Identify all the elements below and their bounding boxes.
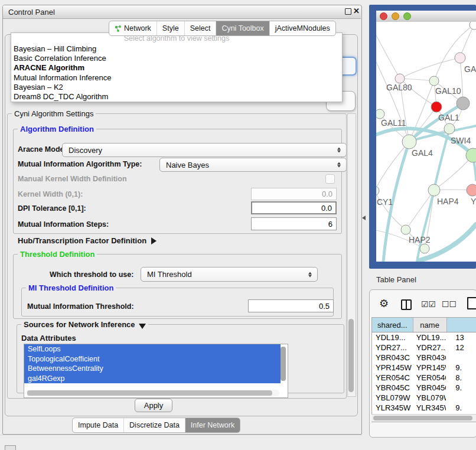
split-columns-icon[interactable] <box>401 299 412 310</box>
table-cell[interactable]: YBR045C <box>372 383 413 392</box>
table-row[interactable]: YBR043CYBR043C <box>372 353 476 363</box>
table-cell[interactable]: YBR043C <box>413 353 446 362</box>
network-edge[interactable] <box>376 35 400 79</box>
network-node-hap2[interactable] <box>401 225 410 234</box>
manual-kernel-checkbox[interactable] <box>325 174 335 184</box>
table-row[interactable]: YER054CYER054C8. <box>372 373 476 383</box>
network-node[interactable] <box>470 22 476 30</box>
splitter-handle-icon[interactable] <box>360 216 366 220</box>
tab-style[interactable]: Style <box>157 21 184 35</box>
table-cell[interactable]: 9. <box>446 363 476 372</box>
network-node-gcy1[interactable] <box>376 186 379 195</box>
network-node-gal1[interactable] <box>431 102 442 112</box>
table-row[interactable]: YDL19...YDL19...13 <box>372 332 476 343</box>
tab-jactivemnodules[interactable]: jActiveMNodules <box>269 21 335 35</box>
float-window-icon[interactable] <box>345 8 351 15</box>
table-cell[interactable]: YLR345W <box>372 403 413 412</box>
attribute-item-gal4rgexp[interactable]: gal4RGexp <box>24 374 281 384</box>
network-window-titlebar[interactable] <box>376 11 476 22</box>
network-node-y[interactable] <box>467 184 476 196</box>
table-cell[interactable]: 12 <box>446 343 476 352</box>
table-cell[interactable]: 9. <box>446 403 476 412</box>
attribute-item-topologicalcoefficient[interactable]: TopologicalCoefficient <box>24 354 281 364</box>
table-row[interactable]: YBR045CYBR045C9. <box>372 383 476 393</box>
table-cell[interactable]: YER054C <box>413 373 446 382</box>
table-row[interactable]: YPR145WYPR145W9. <box>372 363 476 373</box>
table-cell[interactable]: YPR145W <box>372 363 413 372</box>
list-hscrollbar-track[interactable] <box>25 390 279 396</box>
network-node[interactable] <box>420 244 429 253</box>
control-panel-titlebar[interactable]: Control Panel <box>3 5 361 19</box>
network-graph[interactable]: GALGAL80GAL10GAL1GAL11GAL4SWI4GCY1HAP4YH… <box>376 22 476 262</box>
column-header-name[interactable]: name <box>413 318 447 332</box>
network-node-gal4[interactable] <box>402 135 416 149</box>
tab-cyni-toolbox[interactable]: Cyni Toolbox <box>216 21 269 35</box>
table-cell[interactable]: YBL079W <box>372 393 413 402</box>
table-cell[interactable]: YBL079W <box>413 393 446 402</box>
table-row[interactable]: YDR27...YDR27...12 <box>372 343 476 353</box>
dropdown-item-bayesian-hill-climbing[interactable]: Bayesian – Hill Climbing <box>11 44 342 53</box>
network-node-gal80[interactable] <box>395 74 405 83</box>
aracne-mode-select[interactable]: Discovery <box>62 143 347 157</box>
network-edge[interactable] <box>400 79 434 81</box>
network-edge[interactable] <box>460 58 463 103</box>
network-node-hap4[interactable] <box>428 184 440 196</box>
dropdown-item-mutual-information-inference[interactable]: Mutual Information Inference <box>11 73 342 82</box>
network-node-gal10[interactable] <box>429 76 439 86</box>
table-hscrollbar-track[interactable] <box>371 414 476 422</box>
table-cell[interactable]: YLR345W <box>413 403 446 412</box>
table-cell[interactable]: YDR27... <box>372 343 413 352</box>
dropdown-item-basic-correlation-inference[interactable]: Basic Correlation Inference <box>11 53 342 63</box>
attribute-item-betweennesscentrality[interactable]: BetweennessCentrality <box>24 364 281 374</box>
table-hscrollbar-thumb[interactable] <box>373 416 472 420</box>
table-cell[interactable]: YDL19... <box>413 333 446 342</box>
dropdown-item-dream8-dc-tdc-algorithm[interactable]: Dream8 DC_TDC Algorithm <box>11 92 342 101</box>
apply-button[interactable]: Apply <box>135 399 172 412</box>
mi-threshold-field[interactable]: 0.5 <box>248 299 334 312</box>
attribute-item-selfloops[interactable]: SelfLoops <box>24 344 281 354</box>
sources-toggle[interactable]: Sources for Network Inference <box>21 320 148 329</box>
dpi-tolerance-field[interactable]: 0.0 <box>251 201 337 214</box>
which-threshold-select[interactable]: MI Threshold <box>141 267 318 282</box>
bottom-tab-infer-network[interactable]: Infer Network <box>185 418 240 432</box>
gear-icon[interactable]: ⚙ <box>379 297 389 310</box>
table-cell[interactable]: YPR145W <box>413 363 446 372</box>
close-window-icon[interactable]: ✕ <box>353 6 360 16</box>
select-all-checks-icon[interactable]: ☑☑ <box>421 299 436 309</box>
table-cell[interactable]: YBR045C <box>413 383 446 392</box>
close-traffic-light-button[interactable] <box>380 12 387 20</box>
kernel-width-field[interactable]: 0.0 <box>251 188 337 200</box>
list-hscrollbar-thumb[interactable] <box>27 390 272 396</box>
table-cell[interactable]: YBR043C <box>372 353 413 362</box>
mi-steps-field[interactable]: 6 <box>251 217 337 230</box>
table-row[interactable]: YBL079WYBL079W <box>372 393 476 403</box>
collapsed-panel-button[interactable] <box>5 445 16 450</box>
new-table-icon[interactable] <box>467 297 476 309</box>
table-cell[interactable]: YER054C <box>372 373 413 382</box>
column-header-2[interactable] <box>447 318 476 332</box>
dropdown-item-bayesian-k2[interactable]: Bayesian – K2 <box>11 82 342 92</box>
column-header-shared[interactable]: shared... <box>372 318 413 332</box>
list-scrollbar-thumb[interactable] <box>281 347 286 381</box>
bottom-tab-impute-data[interactable]: Impute Data <box>73 418 123 432</box>
dropdown-item-aracne-algorithm[interactable]: ARACNE Algorithm <box>11 63 342 73</box>
mi-type-select[interactable]: Naive Bayes <box>159 158 347 172</box>
deselect-all-checks-icon[interactable]: ☐☐ <box>442 299 457 309</box>
table-cell[interactable]: YDR27... <box>413 343 446 352</box>
network-node[interactable] <box>444 123 455 134</box>
network-node[interactable] <box>457 97 470 110</box>
hub-definition-toggle[interactable]: Hub/Transcription Factor Definition <box>18 236 157 245</box>
table-cell[interactable]: 8. <box>446 373 476 382</box>
table-cell[interactable]: YDL19... <box>372 333 413 342</box>
tab-network[interactable]: Network <box>109 21 157 35</box>
minimize-traffic-light-button[interactable] <box>392 12 399 20</box>
tab-select[interactable]: Select <box>184 21 216 35</box>
settings-scrollbar-thumb[interactable] <box>348 319 354 392</box>
network-node-gal11[interactable] <box>376 109 384 119</box>
bottom-tab-discretize-data[interactable]: Discretize Data <box>123 418 185 432</box>
table-cell[interactable]: 9. <box>446 383 476 392</box>
table-cell[interactable]: 13 <box>446 333 476 342</box>
table-row[interactable]: YLR345WYLR345W9. <box>372 403 476 413</box>
network-edge[interactable] <box>376 142 409 191</box>
network-edge[interactable] <box>400 58 460 79</box>
